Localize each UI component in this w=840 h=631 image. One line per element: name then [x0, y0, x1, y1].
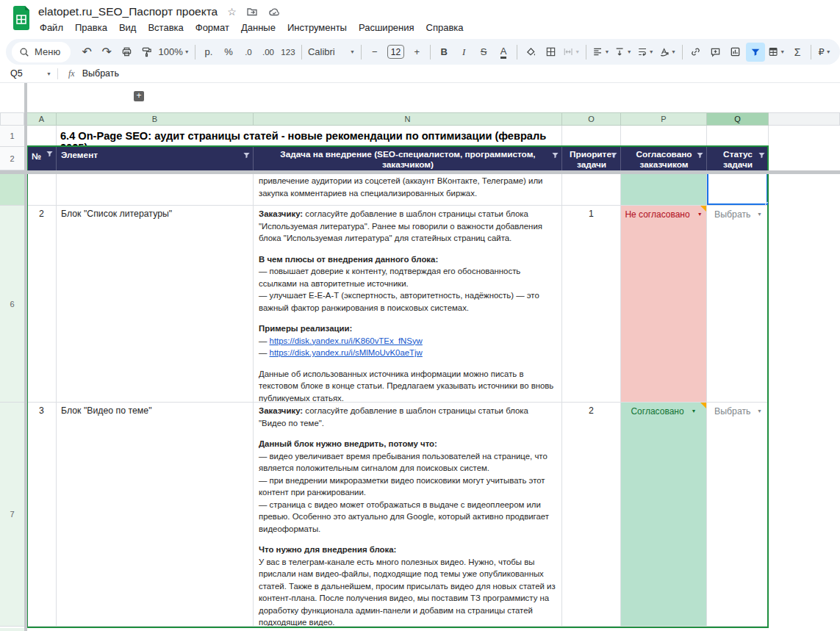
cell-n5[interactable]: привлечение аудитории из соцсетей (аккау… [254, 174, 562, 206]
menu-insert[interactable]: Вставка [142, 21, 189, 35]
row-header-1[interactable]: 1 [0, 126, 24, 147]
cell-o6-priority[interactable]: 1 [562, 206, 621, 403]
cell-a7-number[interactable]: 3 [27, 403, 57, 627]
format-percent-button[interactable]: % [219, 43, 238, 62]
cell-p7-approved-dropdown[interactable]: Согласовано▼ [621, 403, 707, 627]
cell-n7-task[interactable]: Заказчику: согласуйте добавление в шабло… [254, 403, 562, 627]
frozen-columns-divider[interactable] [24, 83, 27, 631]
example-link-1[interactable]: https://disk.yandex.ru/i/K860vTEx_fNSyw [270, 336, 423, 345]
row-header-8[interactable] [0, 628, 24, 631]
italic-button[interactable]: I [454, 43, 473, 62]
filter-icon[interactable] [243, 151, 251, 162]
font-size-input[interactable]: 12 [387, 45, 404, 59]
paint-format-button[interactable] [137, 43, 156, 62]
cell-a5[interactable] [27, 174, 57, 206]
text-wrapping-button[interactable]: ▼ [635, 43, 656, 62]
header-cell-task[interactable]: Задача на внедрение (SEO-специалистом, п… [254, 147, 562, 170]
row-header-5[interactable] [0, 174, 24, 206]
column-header-o[interactable]: O [562, 112, 621, 126]
menu-view[interactable]: Вид [113, 21, 143, 35]
insert-chart-button[interactable] [726, 43, 745, 62]
google-sheets-logo-icon[interactable] [12, 6, 31, 30]
header-cell-status[interactable]: Статус задачи [707, 147, 769, 170]
menu-file[interactable]: Файл [34, 21, 69, 35]
menu-tools[interactable]: Инструменты [281, 21, 353, 35]
zoom-select[interactable]: 100%▼ [157, 43, 191, 62]
move-to-folder-icon[interactable] [246, 6, 258, 18]
row-header-7[interactable]: 7 [0, 403, 24, 627]
menu-extensions[interactable]: Расширения [353, 21, 420, 35]
menu-help[interactable]: Справка [420, 21, 470, 35]
bold-button[interactable]: B [434, 43, 453, 62]
star-icon[interactable]: ☆ [227, 6, 237, 18]
functions-button[interactable]: Σ [788, 43, 807, 62]
increase-font-size-button[interactable]: + [407, 43, 426, 62]
insert-link-button[interactable] [686, 43, 706, 62]
redo-button[interactable]: ↷ [97, 43, 116, 62]
cell-p1[interactable] [621, 126, 707, 147]
more-formats-button[interactable]: 123 [279, 43, 298, 62]
cell-o1[interactable] [562, 126, 621, 147]
print-button[interactable] [117, 43, 136, 62]
filter-icon[interactable] [551, 151, 559, 162]
filter-icon[interactable] [758, 151, 766, 162]
undo-button[interactable]: ↶ [77, 43, 96, 62]
column-header-b[interactable]: B [57, 112, 254, 126]
cell-a1[interactable] [27, 126, 57, 147]
select-all-corner[interactable] [0, 112, 24, 126]
frozen-rows-divider[interactable] [0, 170, 840, 174]
example-link-2[interactable]: https://disk.yandex.ru/i/sMlMoUvK0aeTjw [270, 348, 423, 357]
filter-views-button[interactable]: ▼ [766, 43, 787, 62]
vertical-align-button[interactable]: ▼ [612, 43, 633, 62]
search-menus-button[interactable]: Меню [12, 42, 71, 62]
row-header-6[interactable]: 6 [0, 206, 24, 403]
cell-b1-section-title[interactable]: 6.4 On-Page SEO: аудит страницы статей -… [57, 126, 562, 147]
increase-decimals-button[interactable]: .00 [259, 43, 278, 62]
insert-comment-button[interactable] [706, 43, 725, 62]
borders-button[interactable] [541, 43, 560, 62]
cell-p6-approved-dropdown[interactable]: Не согласовано▼ [621, 206, 707, 403]
cell-a6-number[interactable]: 2 [27, 206, 57, 403]
menu-data[interactable]: Данные [235, 21, 281, 35]
cell-q6-status-dropdown[interactable]: Выбрать▼ [707, 206, 769, 403]
column-header-a[interactable]: A [27, 112, 57, 126]
name-box[interactable]: Q5 ▼ [0, 68, 57, 79]
text-rotation-button[interactable]: ▼ [657, 43, 678, 62]
filter-icon[interactable] [696, 151, 704, 162]
row-header-2[interactable]: 2 [0, 147, 24, 170]
document-title[interactable]: elatopet.ru_SEO_Паспорт проекта [38, 5, 218, 18]
font-select[interactable]: Calibri▼ [306, 43, 357, 62]
text-color-button[interactable]: A [494, 43, 513, 62]
cell-b6-element[interactable]: Блок "Список литературы" [57, 206, 254, 403]
fill-color-button[interactable] [521, 43, 540, 62]
column-header-p[interactable]: P [621, 112, 707, 126]
cell-q7-status-dropdown[interactable]: Выбрать▼ [707, 403, 769, 627]
filter-button[interactable] [746, 43, 765, 62]
expand-hidden-columns-button[interactable]: + [134, 91, 144, 101]
header-cell-number[interactable]: № [27, 147, 57, 170]
format-currency-button[interactable]: р. [199, 43, 218, 62]
horizontal-align-button[interactable]: ▼ [590, 43, 611, 62]
cell-o7-priority[interactable]: 2 [562, 403, 621, 627]
cell-q1[interactable] [707, 126, 769, 147]
cell-p5-approved[interactable] [621, 174, 707, 206]
strikethrough-button[interactable]: S [474, 43, 493, 62]
menu-edit[interactable]: Правка [69, 21, 113, 35]
column-header-q[interactable]: Q [707, 112, 769, 126]
cell-b7-element[interactable]: Блок "Видео по теме" [57, 403, 254, 627]
header-cell-element[interactable]: Элемент [57, 147, 254, 170]
filter-icon[interactable] [46, 150, 54, 160]
decrease-decimals-button[interactable]: .0 [239, 43, 258, 62]
header-cell-approved[interactable]: Согласовано заказчиком [621, 147, 707, 170]
menu-format[interactable]: Формат [190, 21, 235, 35]
formula-input[interactable]: Выбрать [82, 68, 119, 79]
cell-b5[interactable] [57, 174, 254, 206]
cell-o5[interactable] [562, 174, 621, 206]
ruble-format-button[interactable]: ₽▼ [815, 43, 834, 62]
header-cell-priority[interactable]: Приоритет задачи [562, 147, 621, 170]
decrease-font-size-button[interactable]: − [365, 43, 384, 62]
cell-q5-selected[interactable] [707, 174, 769, 206]
cell-n6-task[interactable]: Заказчику: согласуйте добавление в шабло… [254, 206, 562, 403]
column-header-n[interactable]: N [254, 112, 562, 126]
filter-icon[interactable] [610, 151, 618, 162]
